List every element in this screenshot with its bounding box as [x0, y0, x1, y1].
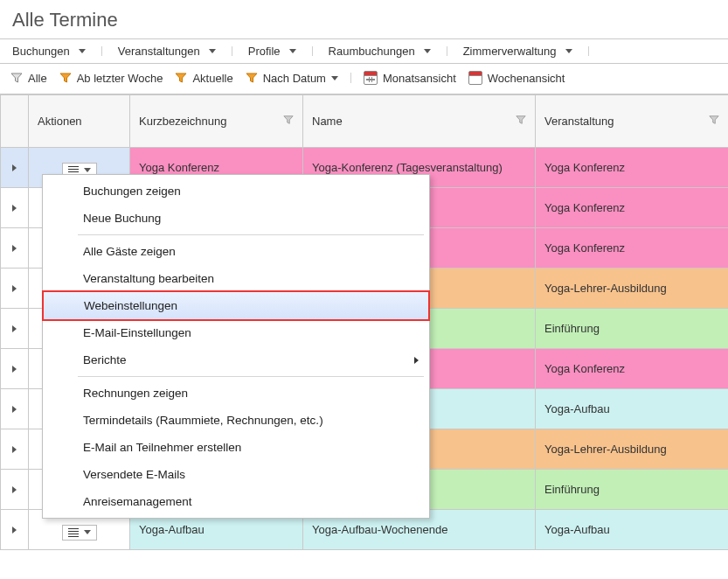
filter-alle[interactable]: Alle: [10, 72, 47, 85]
filter-label: Monatsansicht: [383, 72, 456, 85]
col-name-header[interactable]: Name: [303, 95, 536, 148]
funnel-icon[interactable]: [516, 115, 526, 128]
context-menu-item[interactable]: E-Mail an Teilnehmer erstellen: [43, 434, 429, 461]
calendar-week-icon: [468, 71, 482, 85]
col-label: Aktionen: [38, 115, 82, 128]
separator: [350, 73, 351, 83]
funnel-icon: [59, 72, 72, 84]
chevron-down-icon: [84, 168, 91, 172]
expand-toggle[interactable]: [1, 510, 29, 550]
separator: [232, 46, 232, 56]
filter-ab-letzter-woche[interactable]: Ab letzter Woche: [59, 72, 163, 85]
filter-bar: Alle Ab letzter Woche Aktuelle Nach Datu…: [0, 64, 728, 94]
cell-veranstaltung: Yoga Konferenz: [536, 349, 729, 389]
menu-veranstaltungen[interactable]: Veranstaltungen: [118, 45, 216, 58]
funnel-icon[interactable]: [283, 115, 294, 128]
filter-label: Wochenansicht: [488, 72, 565, 85]
chevron-right-icon: [12, 406, 17, 413]
view-monatsansicht[interactable]: Monatsansicht: [364, 71, 456, 85]
grid-wrap: Aktionen Kurzbezeichnung Name Veranstalt…: [0, 94, 728, 550]
separator: [447, 46, 447, 56]
menu-label: Veranstaltungen: [118, 45, 200, 58]
col-kurzbezeichnung-header[interactable]: Kurzbezeichnung: [130, 95, 303, 148]
chevron-down-icon: [331, 76, 338, 80]
menu-profile[interactable]: Profile: [248, 45, 296, 58]
cell-veranstaltung: Yoga Konferenz: [536, 188, 729, 228]
expand-toggle[interactable]: [1, 389, 29, 429]
chevron-down-icon: [289, 49, 296, 53]
context-menu-item[interactable]: Neue Buchung: [43, 205, 429, 232]
cell-veranstaltung: Yoga-Aufbau: [536, 510, 729, 550]
menu-buchungen[interactable]: Buchungen: [12, 45, 86, 58]
menu-label: Zimmerverwaltung: [463, 45, 557, 58]
context-menu-item[interactable]: Buchungen zeigen: [43, 178, 429, 205]
context-menu-item[interactable]: Alle Gäste zeigen: [43, 238, 429, 265]
expand-toggle[interactable]: [1, 228, 29, 269]
chevron-down-icon: [565, 49, 572, 53]
expand-toggle[interactable]: [1, 188, 29, 228]
context-menu-item[interactable]: Anreisemanagement: [43, 488, 429, 515]
menu-label: Raumbuchungen: [329, 45, 415, 58]
expand-toggle[interactable]: [1, 269, 29, 309]
menu-label: Profile: [248, 45, 281, 58]
cell-veranstaltung: Einführung: [536, 309, 729, 349]
col-aktionen-header[interactable]: Aktionen: [29, 95, 130, 148]
expand-toggle[interactable]: [1, 309, 29, 349]
context-menu-item[interactable]: Termindetails (Raummiete, Rechnungen, et…: [43, 407, 429, 434]
context-menu-item[interactable]: Veranstaltung bearbeiten: [43, 265, 429, 292]
chevron-right-icon: [12, 325, 17, 332]
chevron-right-icon: [12, 486, 17, 493]
separator: [588, 46, 589, 56]
chevron-right-icon: [12, 527, 17, 534]
cell-veranstaltung: Yoga-Lehrer-Ausbildung: [536, 429, 729, 470]
chevron-right-icon: [12, 164, 17, 171]
row-context-menu[interactable]: Buchungen zeigenNeue BuchungAlle Gäste z…: [42, 174, 430, 519]
col-label: Kurzbezeichnung: [139, 115, 226, 128]
page-title: Alle Termine: [0, 0, 728, 38]
filter-nach-datum[interactable]: Nach Datum: [246, 72, 338, 85]
chevron-down-icon: [209, 49, 216, 53]
context-menu-item[interactable]: Rechnungen zeigen: [43, 380, 429, 407]
context-menu-item[interactable]: E-Mail-Einstellungen: [43, 319, 429, 346]
separator: [312, 46, 313, 56]
funnel-icon: [10, 72, 23, 84]
col-label: Veranstaltung: [544, 115, 614, 128]
col-label: Name: [312, 115, 343, 128]
col-veranstaltung-header[interactable]: Veranstaltung: [536, 95, 729, 148]
separator: [101, 46, 102, 56]
view-wochenansicht[interactable]: Wochenansicht: [468, 71, 565, 85]
main-menu: Buchungen Veranstaltungen Profile Raumbu…: [0, 38, 728, 64]
chevron-right-icon: [12, 366, 17, 373]
menu-icon: [68, 528, 79, 538]
chevron-down-icon: [424, 49, 431, 53]
context-menu-item[interactable]: Versendete E-Mails: [43, 461, 429, 488]
menu-label: Buchungen: [12, 45, 70, 58]
cell-veranstaltung: Yoga-Lehrer-Ausbildung: [536, 269, 729, 309]
calendar-month-icon: [364, 71, 378, 85]
expand-toggle[interactable]: [1, 148, 29, 188]
context-menu-item[interactable]: Berichte: [43, 346, 429, 373]
context-menu-item[interactable]: Webeinstellungen: [43, 291, 429, 320]
menu-divider: [78, 376, 424, 377]
col-expand-header: [1, 95, 29, 148]
chevron-right-icon: [12, 285, 17, 292]
cell-veranstaltung: Yoga Konferenz: [536, 148, 729, 188]
cell-veranstaltung: Yoga Konferenz: [536, 228, 729, 269]
chevron-down-icon: [79, 49, 86, 53]
row-actions-button[interactable]: [62, 525, 97, 541]
chevron-right-icon: [12, 245, 17, 252]
funnel-icon[interactable]: [709, 115, 719, 128]
chevron-down-icon: [84, 530, 91, 534]
menu-zimmerverwaltung[interactable]: Zimmerverwaltung: [463, 45, 572, 58]
filter-label: Nach Datum: [263, 72, 326, 85]
filter-label: Alle: [28, 72, 47, 85]
filter-aktuelle[interactable]: Aktuelle: [175, 72, 232, 85]
expand-toggle[interactable]: [1, 470, 29, 510]
expand-toggle[interactable]: [1, 349, 29, 389]
funnel-icon: [246, 72, 258, 84]
menu-raumbuchungen[interactable]: Raumbuchungen: [329, 45, 431, 58]
cell-veranstaltung: Yoga-Aufbau: [536, 389, 729, 429]
chevron-right-icon: [12, 446, 17, 453]
chevron-right-icon: [12, 205, 17, 212]
expand-toggle[interactable]: [1, 429, 29, 470]
